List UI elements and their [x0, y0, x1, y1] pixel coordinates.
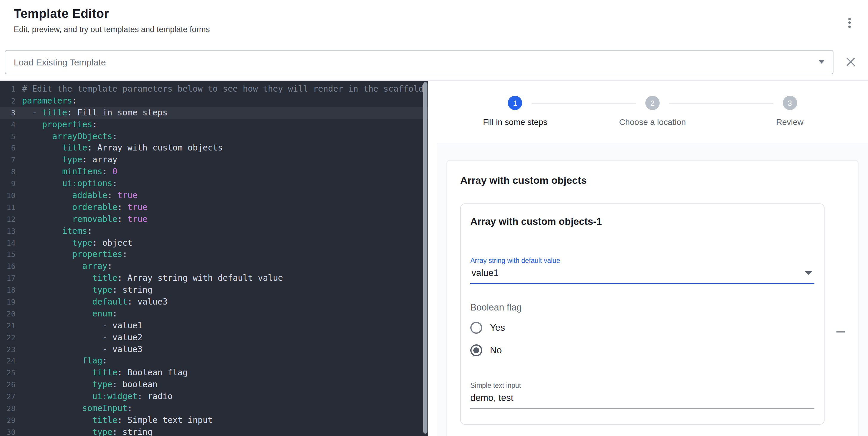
editor-line[interactable]: 15 properties: [0, 249, 428, 261]
code-text: ui:widget: radio [16, 391, 173, 403]
radio-no-label: No [490, 345, 502, 356]
code-editor[interactable]: 1# Edit the template parameters below to… [0, 81, 428, 436]
editor-line[interactable]: 10 addable: true [0, 190, 428, 202]
editor-line[interactable]: 16 array: [0, 261, 428, 273]
minus-icon [836, 331, 845, 333]
code-text: - value1 [16, 320, 143, 332]
editor-line[interactable]: 7 type: array [0, 154, 428, 166]
line-number: 29 [0, 414, 16, 427]
form-area: Array with custom objects Array with cus… [437, 143, 868, 436]
code-text: type: object [16, 237, 132, 249]
code-text: removable: true [16, 213, 147, 226]
code-text: title: Boolean flag [16, 367, 188, 379]
page-title: Template Editor [0, 0, 868, 21]
radio-group-label: Boolean flag [470, 302, 814, 313]
editor-line[interactable]: 27 ui:widget: radio [0, 391, 428, 403]
more-vert-icon [848, 18, 851, 20]
radio-unchecked-icon [470, 322, 482, 334]
editor-line[interactable]: 14 type: object [0, 237, 428, 249]
editor-line[interactable]: 25 title: Boolean flag [0, 367, 428, 379]
toolbar: Load Existing Template [0, 43, 868, 81]
code-text: ui:options: [16, 178, 117, 190]
editor-line[interactable]: 2parameters: [0, 95, 428, 107]
text-field-label: Simple text input [470, 382, 814, 389]
editor-line[interactable]: 26 type: boolean [0, 379, 428, 391]
code-text: array: [16, 261, 113, 273]
editor-line[interactable]: 1# Edit the template parameters below to… [0, 83, 428, 95]
more-options-button[interactable] [842, 15, 857, 30]
code-text: - title: Fill in some steps [16, 107, 167, 119]
load-existing-template-select[interactable]: Load Existing Template [5, 50, 834, 74]
more-vert-icon [848, 22, 851, 24]
editor-line[interactable]: 6 title: Array with custom objects [0, 142, 428, 154]
line-number: 3 [0, 107, 16, 119]
simple-text-input-field: Simple text input demo, test [470, 382, 814, 409]
line-number: 11 [0, 202, 16, 213]
code-text: orderable: true [16, 202, 147, 213]
remove-array-item-button[interactable] [833, 324, 848, 340]
editor-line[interactable]: 23 - value3 [0, 343, 428, 356]
close-icon [845, 57, 856, 67]
editor-line[interactable]: 12 removable: true [0, 213, 428, 226]
code-text: title: Array string with default value [16, 273, 283, 284]
editor-line[interactable]: 3 - title: Fill in some steps [0, 107, 428, 119]
editor-line[interactable]: 21 - value1 [0, 320, 428, 332]
code-text: properties: [16, 249, 127, 261]
line-number: 15 [0, 249, 16, 261]
code-text: # Edit the template parameters below to … [16, 83, 424, 95]
editor-line[interactable]: 8 minItems: 0 [0, 166, 428, 178]
code-text: type: array [16, 154, 117, 166]
editor-line[interactable]: 18 type: string [0, 284, 428, 296]
editor-line[interactable]: 13 items: [0, 225, 428, 237]
array-string-select[interactable]: value1 [470, 266, 814, 284]
code-text: title: Array with custom objects [16, 142, 223, 154]
line-number: 20 [0, 308, 16, 320]
step-3-circle: 3 [782, 96, 797, 110]
step-1-label: Fill in some steps [483, 117, 548, 127]
editor-line[interactable]: 22 - value2 [0, 332, 428, 343]
line-number: 23 [0, 343, 16, 356]
close-editor-button[interactable] [841, 52, 861, 72]
editor-scrollbar[interactable] [423, 82, 428, 434]
code-text: default: value3 [16, 296, 167, 308]
editor-line[interactable]: 5 arrayObjects: [0, 131, 428, 142]
line-number: 12 [0, 213, 16, 226]
editor-line[interactable]: 17 title: Array string with default valu… [0, 273, 428, 284]
editor-line[interactable]: 11 orderable: true [0, 202, 428, 213]
boolean-flag-radio-group: Boolean flag Yes No [470, 302, 814, 362]
step-review: 3 Review [721, 96, 859, 127]
editor-line[interactable]: 20 enum: [0, 308, 428, 320]
editor-line[interactable]: 29 title: Simple text input [0, 414, 428, 427]
code-text: properties: [16, 119, 97, 131]
caret-down-icon [818, 60, 825, 64]
radio-option-yes[interactable]: Yes [470, 316, 814, 339]
editor-line[interactable]: 4 properties: [0, 119, 428, 131]
line-number: 19 [0, 296, 16, 308]
select-value: value1 [471, 268, 499, 278]
radio-option-no[interactable]: No [470, 339, 814, 362]
editor-line[interactable]: 30 type: string [0, 427, 428, 436]
editor-line[interactable]: 24 flag: [0, 356, 428, 367]
line-number: 16 [0, 261, 16, 273]
more-vert-icon [848, 25, 851, 28]
code-text: parameters: [16, 95, 77, 107]
code-text: - value3 [16, 343, 143, 356]
line-number: 6 [0, 142, 16, 154]
line-number: 28 [0, 403, 16, 414]
simple-text-input[interactable]: demo, test [470, 393, 814, 409]
line-number: 7 [0, 154, 16, 166]
code-text: flag: [16, 356, 107, 367]
array-item-title: Array with custom objects-1 [470, 216, 814, 227]
code-text: title: Simple text input [16, 414, 213, 427]
pane-divider [428, 81, 437, 436]
editor-line[interactable]: 28 someInput: [0, 403, 428, 414]
form-step-card: Array with custom objects Array with cus… [446, 160, 859, 436]
line-number: 27 [0, 391, 16, 403]
code-text: addable: true [16, 190, 137, 202]
arrow-drop-down-icon [805, 271, 812, 275]
editor-line[interactable]: 19 default: value3 [0, 296, 428, 308]
editor-line[interactable]: 9 ui:options: [0, 178, 428, 190]
form-preview-pane: 1 Fill in some steps 2 Choose a location… [437, 81, 868, 436]
step-3-label: Review [776, 117, 803, 127]
step-2-circle: 2 [645, 96, 660, 110]
